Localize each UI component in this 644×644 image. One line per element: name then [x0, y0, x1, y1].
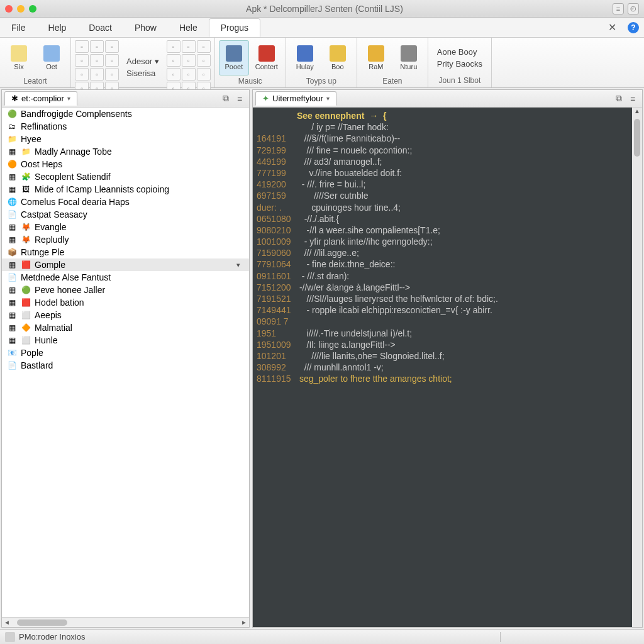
tree-item[interactable]: ▦🦊Repludly: [2, 233, 249, 246]
ribbon-button-oet[interactable]: Oet: [36, 40, 67, 75]
menu-hele[interactable]: Hele: [168, 19, 209, 36]
horizontal-scrollbar[interactable]: ◄ ►: [2, 617, 249, 627]
menu-icon[interactable]: ≡: [234, 93, 245, 104]
small-button[interactable]: ▫: [182, 68, 196, 80]
ribbon-button-nturu[interactable]: Nturu: [394, 40, 424, 75]
menu-phow[interactable]: Phow: [123, 19, 168, 36]
small-button[interactable]: ▫: [182, 40, 196, 53]
ribbon-button-hulay[interactable]: Hulay: [290, 40, 320, 75]
ribbon-button-contert[interactable]: Contert: [252, 40, 282, 75]
small-button[interactable]: ▫: [105, 54, 119, 67]
title-right-controls: ≡ ◴: [613, 3, 639, 14]
item-label: Metdnede Alse Fantust: [21, 272, 111, 282]
code-line: 0911601 - ///.st dran):: [253, 270, 642, 282]
tree-item[interactable]: ▦⬜Aeepis: [2, 309, 249, 321]
code-editor[interactable]: See eennephent → { / iy p= //Taner hodk:…: [253, 108, 642, 627]
small-button[interactable]: ▫: [90, 54, 104, 67]
tree-item[interactable]: ▦🟢Peve honee Jaller: [2, 284, 249, 296]
small-button[interactable]: ▫: [75, 68, 89, 80]
tree-item[interactable]: 🟢Bandfrogigde Complensents: [2, 108, 249, 120]
small-button[interactable]: ▫: [105, 40, 119, 53]
status-icon: [5, 632, 15, 642]
ribbon-link[interactable]: Aone Booy: [437, 47, 482, 57]
ribbon-group-denor: ▫▫▫▫▫▫▫▫▫▫▫▫Adesor ▾Siserisa▫▫▫▫▫▫▫▫▫▫▫▫…: [71, 38, 215, 87]
small-button[interactable]: ▫: [167, 54, 180, 67]
ribbon-button-boo[interactable]: Boo: [323, 40, 353, 75]
line-text: - ///. frire = bui..l;: [297, 179, 642, 190]
menu-help[interactable]: Help: [37, 19, 78, 36]
minimize-icon[interactable]: [17, 5, 25, 13]
small-button[interactable]: ▫: [75, 40, 89, 53]
menu-icon[interactable]: ≡: [627, 93, 638, 104]
small-button[interactable]: ▫: [75, 54, 89, 67]
split-icon[interactable]: ⧉: [220, 93, 231, 104]
small-button[interactable]: ▫: [197, 54, 211, 67]
tree-item[interactable]: 📁Hyee: [2, 133, 249, 145]
menu-icon[interactable]: ≡: [613, 3, 624, 14]
tree-item[interactable]: ▦🖼Mide of ICamp Lleannists copioing: [2, 183, 249, 196]
menu-doact[interactable]: Doact: [77, 19, 123, 36]
tab-close-icon[interactable]: ✕: [602, 21, 623, 33]
tree-item[interactable]: ▦🧩Secoplent Satiendif: [2, 170, 249, 183]
tree-item[interactable]: ▦📁Madly Annage Tobe: [2, 145, 249, 158]
line-number: 697159: [253, 190, 297, 201]
tree-item[interactable]: 🗂Reflinations: [2, 120, 249, 133]
tree[interactable]: 🟢Bandfrogigde Complensents🗂Reflinations📁…: [2, 108, 249, 617]
chevron-down-icon[interactable]: ▾: [236, 261, 244, 269]
scroll-left-icon[interactable]: ◄: [2, 619, 12, 626]
clock-icon[interactable]: ◴: [628, 3, 639, 14]
tree-item[interactable]: 📄Metdnede Alse Fantust: [2, 271, 249, 284]
tab-editor[interactable]: ✦ Uitermeftylour ▾: [255, 91, 336, 106]
item-label: Aeepis: [35, 310, 62, 320]
ribbon-link[interactable]: Prity Baocks: [437, 59, 482, 69]
small-button[interactable]: ▫: [197, 68, 211, 80]
close-icon[interactable]: [5, 5, 13, 13]
chevron-down-icon[interactable]: ▾: [67, 95, 70, 102]
tree-item[interactable]: ▦🦊Evangle: [2, 221, 249, 233]
tree-item[interactable]: 📧Pople: [2, 347, 249, 359]
scroll-up-icon[interactable]: ▲: [634, 108, 640, 118]
small-button[interactable]: ▫: [105, 68, 119, 80]
small-button[interactable]: ▫: [90, 68, 104, 80]
item-label: Evangle: [35, 222, 67, 232]
line-text: /// ad3/ amanogel..f;: [297, 156, 642, 167]
chevron-down-icon[interactable]: ▾: [326, 95, 330, 102]
ribbon-button-six[interactable]: Six: [4, 40, 34, 75]
tab-explorer[interactable]: ✱ et:-complior ▾: [4, 91, 77, 106]
menu-file[interactable]: File: [0, 19, 37, 36]
small-button[interactable]: ▫: [90, 40, 104, 53]
small-button[interactable]: ▫: [167, 68, 180, 80]
small-button[interactable]: ▫: [182, 54, 196, 67]
line-number: 7191521: [253, 293, 297, 304]
tree-item[interactable]: ▦🟥Gomple▾: [2, 258, 249, 271]
menu-progus[interactable]: Progus: [209, 18, 260, 37]
ribbon-text-button[interactable]: Siserisa: [126, 69, 159, 78]
tree-item[interactable]: 📄Castpat Seasacy: [2, 208, 249, 221]
item-icon: 🔶: [21, 323, 31, 333]
scroll-thumb[interactable]: [17, 619, 67, 626]
item-label: Oost Heps: [21, 159, 62, 169]
ribbon-button-pooet[interactable]: Pooet: [219, 40, 249, 75]
line-number: 09091 7: [253, 316, 297, 327]
maximize-icon[interactable]: [29, 5, 36, 13]
small-button[interactable]: ▫: [197, 40, 211, 53]
code-line: See eennephent → {: [253, 110, 642, 121]
help-icon[interactable]: ?: [628, 22, 639, 33]
tree-item[interactable]: ▦⬜Hunle: [2, 334, 249, 347]
tree-item[interactable]: ▦🟥Hodel bation: [2, 296, 249, 309]
vertical-scrollbar[interactable]: ▲: [632, 108, 642, 627]
split-icon[interactable]: ⧉: [613, 93, 625, 104]
list-icon: ▦: [7, 285, 17, 295]
item-label: Rutnge Ple: [21, 247, 64, 257]
tree-item[interactable]: 🟠Oost Heps: [2, 158, 249, 170]
scroll-thumb[interactable]: [634, 119, 640, 157]
tree-item[interactable]: 📄Bastlard: [2, 359, 249, 372]
small-button[interactable]: ▫: [167, 40, 180, 53]
scroll-right-icon[interactable]: ►: [239, 619, 249, 626]
tree-item[interactable]: 🌐Comelus Focal dearia Haps: [2, 196, 249, 208]
ribbon-text-button[interactable]: Adesor ▾: [126, 57, 159, 66]
ribbon-button-ram[interactable]: RaM: [361, 40, 391, 75]
tree-item[interactable]: ▦🔶Malmatial: [2, 321, 249, 334]
tree-item[interactable]: 📦Rutnge Ple: [2, 246, 249, 258]
line-text: See eennephent → {: [297, 110, 642, 121]
